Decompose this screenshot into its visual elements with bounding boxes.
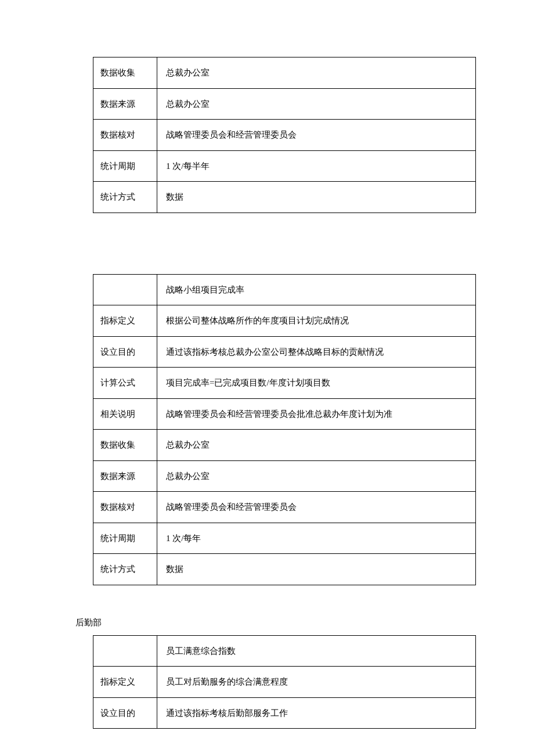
table-row: 统计周期 1 次/每年 <box>93 523 476 554</box>
table-row: 数据来源 总裁办公室 <box>93 460 476 492</box>
cell-label: 指标定义 <box>93 305 157 337</box>
table-row: 指标定义 根据公司整体战略所作的年度项目计划完成情况 <box>93 305 476 337</box>
cell-value: 总裁办公室 <box>157 430 476 461</box>
table-row: 指标定义 员工对后勤服务的综合满意程度 <box>93 667 476 698</box>
cell-label <box>93 635 157 667</box>
cell-label: 数据收集 <box>93 430 157 461</box>
cell-value: 员工对后勤服务的综合满意程度 <box>157 667 476 698</box>
spacer <box>75 585 459 617</box>
cell-value: 1 次/每年 <box>157 523 476 554</box>
table-row: 设立目的 通过该指标考核总裁办公室公司整体战略目标的贡献情况 <box>93 336 476 368</box>
table-2: 战略小组项目完成率 指标定义 根据公司整体战略所作的年度项目计划完成情况 设立目… <box>93 274 476 585</box>
table-row: 数据收集 总裁办公室 <box>93 430 476 461</box>
table-row: 数据收集 总裁办公室 <box>93 57 476 89</box>
cell-label: 数据来源 <box>93 88 157 120</box>
cell-value: 总裁办公室 <box>157 460 476 492</box>
table-row: 统计周期 1 次/每半年 <box>93 150 476 182</box>
cell-label: 统计周期 <box>93 523 157 554</box>
table-row: 计算公式 项目完成率=已完成项目数/年度计划项目数 <box>93 368 476 399</box>
cell-value: 战略管理委员会和经营管理委员会 <box>157 492 476 523</box>
cell-label <box>93 274 157 305</box>
cell-label: 数据收集 <box>93 57 157 89</box>
table-3: 员工满意综合指数 指标定义 员工对后勤服务的综合满意程度 设立目的 通过该指标考… <box>93 635 476 729</box>
cell-value: 员工满意综合指数 <box>157 635 476 667</box>
table-row: 数据核对 战略管理委员会和经营管理委员会 <box>93 120 476 151</box>
cell-label: 数据核对 <box>93 120 157 151</box>
table-row: 数据来源 总裁办公室 <box>93 88 476 120</box>
cell-value: 数据 <box>157 554 476 585</box>
cell-label: 数据核对 <box>93 492 157 523</box>
cell-label: 统计周期 <box>93 150 157 182</box>
cell-label: 计算公式 <box>93 368 157 399</box>
cell-value: 战略小组项目完成率 <box>157 274 476 305</box>
table-row: 统计方式 数据 <box>93 182 476 213</box>
cell-value: 战略管理委员会和经营管理委员会 <box>157 120 476 151</box>
cell-label: 相关说明 <box>93 398 157 430</box>
cell-label: 设立目的 <box>93 697 157 729</box>
cell-label: 统计方式 <box>93 182 157 213</box>
cell-value: 项目完成率=已完成项目数/年度计划项目数 <box>157 368 476 399</box>
cell-label: 统计方式 <box>93 554 157 585</box>
table-row: 相关说明 战略管理委员会和经营管理委员会批准总裁办年度计划为准 <box>93 398 476 430</box>
cell-value: 数据 <box>157 182 476 213</box>
table-row: 员工满意综合指数 <box>93 635 476 667</box>
table-row: 数据核对 战略管理委员会和经营管理委员会 <box>93 492 476 523</box>
cell-value: 总裁办公室 <box>157 88 476 120</box>
cell-value: 总裁办公室 <box>157 57 476 89</box>
cell-value: 通过该指标考核后勤部服务工作 <box>157 697 476 729</box>
cell-value: 战略管理委员会和经营管理委员会批准总裁办年度计划为准 <box>157 398 476 430</box>
cell-value: 根据公司整体战略所作的年度项目计划完成情况 <box>157 305 476 337</box>
spacer <box>75 213 459 274</box>
cell-label: 数据来源 <box>93 460 157 492</box>
table-1: 数据收集 总裁办公室 数据来源 总裁办公室 数据核对 战略管理委员会和经营管理委… <box>93 57 476 213</box>
cell-value: 1 次/每半年 <box>157 150 476 182</box>
cell-value: 通过该指标考核总裁办公室公司整体战略目标的贡献情况 <box>157 336 476 368</box>
table-row: 统计方式 数据 <box>93 554 476 585</box>
cell-label: 设立目的 <box>93 336 157 368</box>
cell-label: 指标定义 <box>93 667 157 698</box>
section-heading: 后勤部 <box>75 617 459 628</box>
table-row: 战略小组项目完成率 <box>93 274 476 305</box>
table-row: 设立目的 通过该指标考核后勤部服务工作 <box>93 697 476 729</box>
